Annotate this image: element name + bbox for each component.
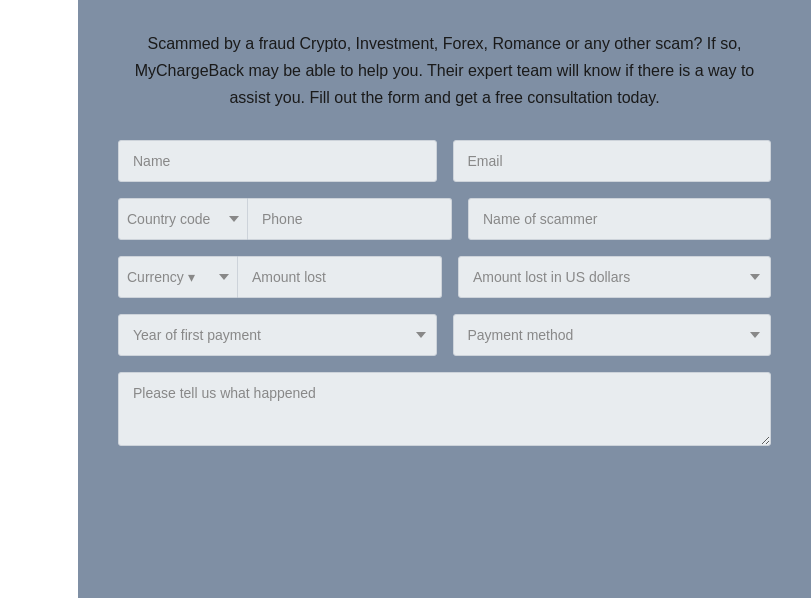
email-input[interactable] — [453, 140, 772, 182]
country-code-select[interactable]: Country code +1 (US) +44 (UK) +61 (AU) +… — [118, 198, 248, 240]
scammer-name-input[interactable] — [468, 198, 771, 240]
form-row-1 — [118, 140, 771, 182]
intro-text: Scammed by a fraud Crypto, Investment, F… — [118, 30, 771, 112]
name-input[interactable] — [118, 140, 437, 182]
payment-method-select[interactable]: Payment method Credit Card Wire Transfer… — [453, 314, 772, 356]
description-textarea[interactable] — [118, 372, 771, 446]
amount-lost-input[interactable] — [238, 256, 442, 298]
amount-usd-select[interactable]: Amount lost in US dollars $0 - $1,000 $1… — [458, 256, 771, 298]
phone-group: Country code +1 (US) +44 (UK) +61 (AU) +… — [118, 198, 452, 240]
currency-select[interactable]: Currency ▾ USD EUR GBP BTC — [118, 256, 238, 298]
form-row-5 — [118, 372, 771, 446]
form-row-4: Year of first payment 2024 2023 2022 202… — [118, 314, 771, 356]
main-content: Scammed by a fraud Crypto, Investment, F… — [78, 0, 811, 598]
form-container: Country code +1 (US) +44 (UK) +61 (AU) +… — [118, 140, 771, 446]
phone-input[interactable] — [248, 198, 452, 240]
sidebar — [0, 0, 78, 598]
form-row-3: Currency ▾ USD EUR GBP BTC Amount lost i… — [118, 256, 771, 298]
form-row-2: Country code +1 (US) +44 (UK) +61 (AU) +… — [118, 198, 771, 240]
year-select[interactable]: Year of first payment 2024 2023 2022 202… — [118, 314, 437, 356]
currency-group: Currency ▾ USD EUR GBP BTC — [118, 256, 442, 298]
